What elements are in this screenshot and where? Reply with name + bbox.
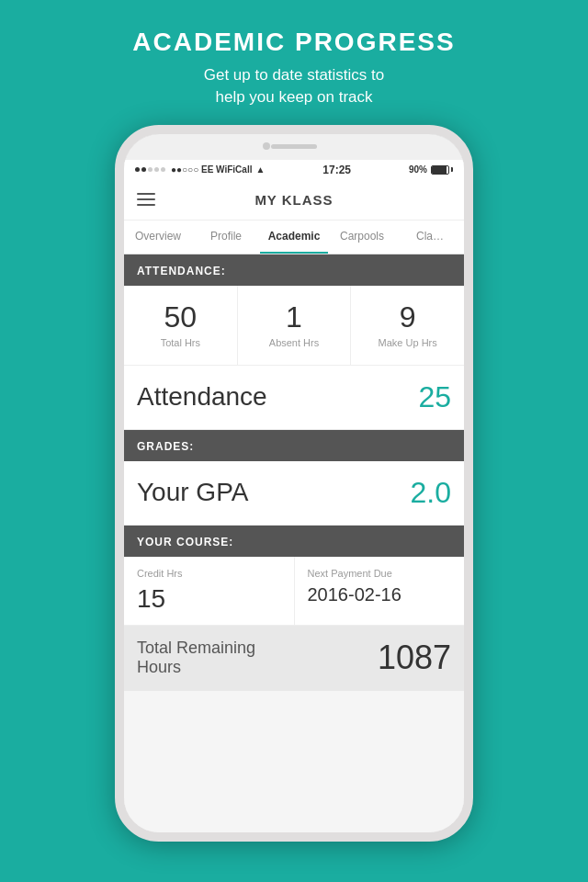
phone-top-bar bbox=[124, 134, 464, 160]
makeup-hrs-value: 9 bbox=[358, 302, 457, 332]
page-header: ACADEMIC PROGRESS Get up to date statist… bbox=[132, 0, 455, 108]
page-title: ACADEMIC PROGRESS bbox=[132, 28, 455, 57]
course-section-header: YOUR COURSE: bbox=[124, 526, 464, 557]
next-payment-value: 2016-02-16 bbox=[308, 584, 452, 605]
total-remaining-label: Total RemainingHours bbox=[137, 639, 255, 678]
course-row: Credit Hrs 15 Next Payment Due 2016-02-1… bbox=[124, 557, 464, 626]
page-subtitle: Get up to date statistics tohelp you kee… bbox=[132, 64, 455, 108]
attendance-value: 25 bbox=[418, 380, 451, 414]
total-hrs-value: 50 bbox=[131, 302, 230, 332]
next-payment-label: Next Payment Due bbox=[308, 568, 452, 579]
phone-mockup: ●●○○○ EE WiFiCall ▲ 17:25 90% bbox=[115, 125, 473, 842]
battery-indicator bbox=[431, 165, 453, 175]
attendance-section-header: ATTENDANCE: bbox=[124, 254, 464, 286]
phone-speaker bbox=[271, 144, 317, 149]
nav-title: MY KLASS bbox=[254, 192, 333, 208]
tab-carpools[interactable]: Carpools bbox=[328, 220, 396, 254]
menu-button[interactable] bbox=[137, 193, 155, 206]
next-payment-cell: Next Payment Due 2016-02-16 bbox=[295, 557, 465, 625]
gpa-label: Your GPA bbox=[137, 478, 248, 507]
course-header-text: YOUR COURSE: bbox=[137, 536, 233, 548]
absent-hrs-value: 1 bbox=[245, 302, 344, 332]
makeup-hrs-cell: 9 Make Up Hrs bbox=[351, 286, 464, 365]
battery-fill bbox=[432, 166, 447, 174]
dot-2 bbox=[141, 167, 146, 172]
dot-3 bbox=[148, 167, 153, 172]
phone-camera bbox=[263, 142, 270, 150]
carrier-text: ●●○○○ EE WiFiCall bbox=[171, 164, 252, 175]
battery-tip bbox=[451, 167, 453, 172]
absent-hrs-cell: 1 Absent Hrs bbox=[238, 286, 352, 365]
credit-hrs-cell: Credit Hrs 15 bbox=[124, 557, 295, 625]
grades-section-header: GRADES: bbox=[124, 430, 464, 461]
tab-academic[interactable]: Academic bbox=[260, 220, 328, 254]
dot-1 bbox=[135, 167, 140, 172]
absent-hrs-label: Absent Hrs bbox=[245, 337, 344, 348]
gpa-value: 2.0 bbox=[411, 476, 451, 510]
time-display: 17:25 bbox=[322, 164, 351, 176]
content-area: ATTENDANCE: 50 Total Hrs 1 Absent Hrs 9 … bbox=[124, 254, 464, 832]
tab-classes[interactable]: Cla… bbox=[396, 220, 464, 254]
hamburger-line-3 bbox=[137, 204, 155, 206]
credit-hrs-label: Credit Hrs bbox=[137, 568, 281, 579]
total-hrs-cell: 50 Total Hrs bbox=[124, 286, 238, 365]
status-right: 90% bbox=[409, 164, 453, 175]
gpa-row: Your GPA 2.0 bbox=[124, 461, 464, 526]
tab-profile[interactable]: Profile bbox=[192, 220, 260, 254]
dot-5 bbox=[161, 167, 165, 172]
battery-bar bbox=[431, 165, 449, 175]
tab-overview[interactable]: Overview bbox=[124, 220, 192, 254]
attendance-stats-row: 50 Total Hrs 1 Absent Hrs 9 Make Up Hrs bbox=[124, 286, 464, 366]
phone-screen: ●●○○○ EE WiFiCall ▲ 17:25 90% bbox=[124, 160, 464, 832]
total-remaining-value: 1087 bbox=[378, 639, 451, 677]
status-left: ●●○○○ EE WiFiCall ▲ bbox=[135, 164, 265, 175]
battery-percent: 90% bbox=[409, 164, 427, 175]
status-bar: ●●○○○ EE WiFiCall ▲ 17:25 90% bbox=[124, 160, 464, 180]
total-remaining-row: Total RemainingHours 1087 bbox=[124, 626, 464, 691]
credit-hrs-value: 15 bbox=[137, 584, 281, 614]
total-hrs-label: Total Hrs bbox=[131, 337, 230, 348]
side-buttons-left bbox=[115, 244, 116, 311]
dot-4 bbox=[154, 167, 159, 172]
hamburger-line-1 bbox=[137, 193, 155, 195]
top-nav: MY KLASS bbox=[124, 180, 464, 220]
attendance-label: Attendance bbox=[137, 382, 267, 412]
wifi-icon: ▲ bbox=[255, 164, 265, 175]
volume-down-button bbox=[115, 277, 116, 303]
makeup-hrs-label: Make Up Hrs bbox=[358, 337, 457, 348]
volume-up-button bbox=[115, 244, 116, 270]
attendance-big-row: Attendance 25 bbox=[124, 366, 464, 430]
hamburger-line-2 bbox=[137, 198, 155, 200]
power-button bbox=[472, 263, 473, 313]
signal-dots bbox=[135, 167, 165, 172]
side-buttons-right bbox=[472, 263, 473, 313]
attendance-header-text: ATTENDANCE: bbox=[137, 265, 226, 277]
grades-header-text: GRADES: bbox=[137, 440, 194, 453]
tabs-bar: Overview Profile Academic Carpools Cla… bbox=[124, 220, 464, 254]
